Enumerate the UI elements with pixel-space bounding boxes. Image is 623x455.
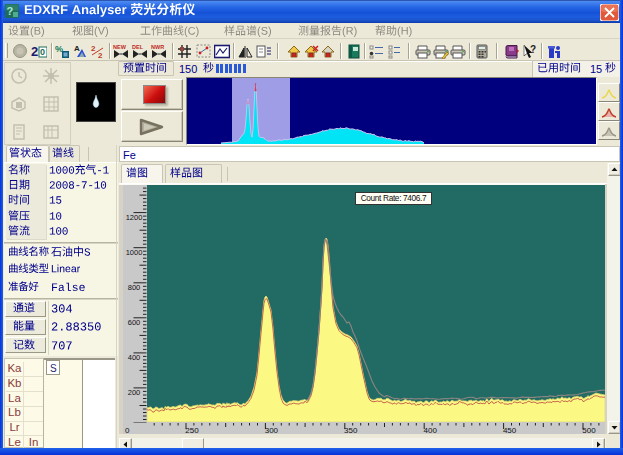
svg-text:250: 250: [185, 426, 199, 435]
svg-text:400: 400: [128, 353, 141, 362]
svg-text:200: 200: [128, 388, 141, 397]
svg-text:?: ?: [530, 44, 536, 55]
svg-text:800: 800: [128, 283, 141, 292]
svg-text:2: 2: [98, 51, 103, 59]
svg-text:DEL: DEL: [132, 44, 144, 50]
svg-text:2: 2: [31, 44, 38, 59]
svg-text:%: %: [55, 44, 63, 54]
svg-text:600: 600: [128, 318, 141, 327]
svg-text:500: 500: [582, 426, 596, 435]
svg-text:NEW: NEW: [113, 44, 127, 50]
svg-text:2: 2: [91, 44, 96, 53]
svg-text:?: ?: [7, 5, 14, 17]
svg-text:450: 450: [503, 426, 517, 435]
svg-text:NWR: NWR: [151, 44, 164, 50]
svg-text:1000: 1000: [126, 248, 143, 257]
svg-text:300: 300: [265, 426, 279, 435]
svg-text:0: 0: [125, 426, 130, 435]
svg-text:400: 400: [424, 426, 438, 435]
svg-text:0: 0: [40, 47, 45, 57]
svg-text:350: 350: [344, 426, 358, 435]
svg-text:A: A: [74, 44, 80, 53]
svg-text:1200: 1200: [126, 213, 143, 222]
